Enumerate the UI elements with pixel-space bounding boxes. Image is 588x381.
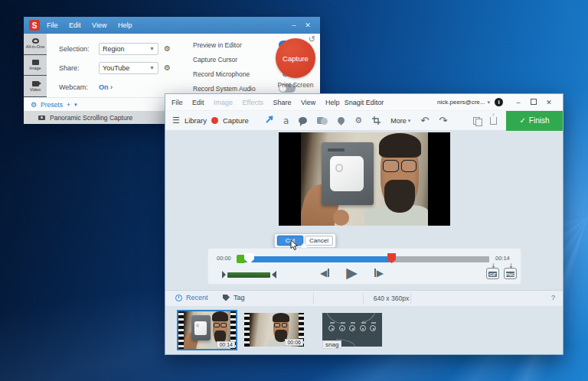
previous-frame-button[interactable]: ◀: [320, 269, 329, 278]
finish-button[interactable]: ✓ Finish: [506, 111, 563, 131]
meter-level-bar: [227, 272, 270, 278]
trim-start-handle[interactable]: [237, 255, 245, 263]
editor-toolbar: ☰ Library Capture a ⚙ More▾ ↶ ↷: [165, 111, 563, 131]
menu-view[interactable]: View: [301, 99, 315, 106]
filmstrip-edge: [244, 313, 250, 347]
camera-icon: [38, 116, 45, 120]
image-dimensions-label: 640 x 360px: [349, 295, 433, 302]
selection-dropdown[interactable]: Region▼: [99, 43, 158, 55]
undo-icon[interactable]: ↶: [420, 115, 429, 126]
chevron-down-icon: ▼: [149, 65, 155, 70]
copy-icon[interactable]: [473, 117, 481, 125]
meter-handle-icon[interactable]: [272, 271, 276, 278]
minimize-button[interactable]: –: [287, 21, 301, 29]
playback-controls: ◀ ▶ ▶: [320, 265, 384, 280]
share-label: Share:: [59, 64, 99, 72]
stamp-tool-icon[interactable]: [338, 117, 345, 124]
tab-recent[interactable]: Recent: [175, 294, 208, 301]
menu-effects: Effects: [243, 99, 263, 106]
close-button[interactable]: ✕: [301, 21, 315, 29]
callout-tool-icon[interactable]: [299, 117, 307, 124]
capture-button[interactable]: Capture: [223, 116, 249, 125]
thumbnail-filename: snag: [322, 340, 341, 349]
redo-icon[interactable]: ↷: [439, 115, 447, 126]
video-preview[interactable]: [279, 132, 450, 226]
selection-settings-gear-icon[interactable]: ⚙: [164, 44, 171, 53]
selection-label: Selection:: [59, 45, 99, 53]
more-tools-button[interactable]: More▾: [390, 117, 410, 125]
editor-titlebar[interactable]: Snagit Editor File Edit Image Effects Sh…: [165, 94, 563, 111]
crop-tool-icon[interactable]: [372, 116, 381, 125]
share-dropdown[interactable]: YouTube▼: [99, 62, 158, 74]
snagit-logo-icon: S: [29, 20, 40, 31]
chevron-down-icon[interactable]: ▾: [487, 99, 490, 106]
share-icon[interactable]: [490, 117, 497, 125]
timeline-track[interactable]: [237, 256, 489, 262]
library-button[interactable]: Library: [185, 116, 207, 125]
add-preset-button[interactable]: +: [67, 101, 70, 109]
timeline-start-time: 00:00: [217, 255, 231, 262]
windows-desktop: S File Edit View Help – ✕ All-in-One Ima…: [0, 0, 588, 381]
menu-view[interactable]: View: [92, 21, 106, 29]
presets-label[interactable]: Presets: [41, 101, 63, 109]
reset-icon[interactable]: ↺: [309, 34, 315, 44]
menu-file[interactable]: File: [172, 99, 183, 106]
export-gif-button[interactable]: GIF: [486, 268, 499, 279]
text-tool-icon[interactable]: a: [283, 116, 289, 126]
video-icon: [32, 81, 39, 86]
duration-badge: 00:06: [285, 339, 303, 346]
all-in-one-icon: [32, 38, 39, 44]
info-icon[interactable]: i: [495, 98, 503, 106]
clock-icon: [175, 295, 182, 301]
presets-gear-icon: ⚙: [31, 101, 37, 109]
tray-thumbnail-video[interactable]: 00:06: [244, 313, 304, 347]
capture-cta: Capture Print Screen: [273, 37, 318, 89]
webcam-frame: [301, 132, 428, 226]
presets-chevron-icon[interactable]: ▾: [74, 102, 77, 108]
menu-image: Image: [214, 99, 233, 106]
menu-help[interactable]: Help: [118, 21, 132, 29]
capture-body: All-in-One Image Video Selection: Region…: [24, 34, 320, 97]
menu-share[interactable]: Share: [273, 99, 291, 106]
close-button[interactable]: ✕: [541, 99, 557, 106]
menu-edit[interactable]: Edit: [192, 99, 204, 106]
selection-arrow-tool-icon[interactable]: [263, 116, 273, 125]
cancel-button[interactable]: Cancel: [305, 236, 333, 246]
step-tool-icon[interactable]: ⚙: [354, 116, 362, 125]
capture-menubar: File Edit View Help: [47, 21, 141, 29]
menu-file[interactable]: File: [47, 21, 58, 29]
image-icon: [32, 60, 39, 65]
webcam-on-link[interactable]: On ›: [99, 83, 113, 91]
recent-captures-tray: 00:14 00:06 s: [165, 306, 563, 354]
export-png-button[interactable]: PNG: [504, 268, 517, 279]
cut-popup: Cut Cancel: [274, 233, 336, 248]
capture-titlebar[interactable]: S File Edit View Help – ✕: [24, 17, 320, 34]
snagit-editor-window: Snagit Editor File Edit Image Effects Sh…: [165, 93, 564, 355]
menu-edit[interactable]: Edit: [69, 21, 81, 29]
sidebar-item-all-in-one[interactable]: All-in-One: [24, 34, 47, 54]
share-settings-gear-icon[interactable]: ⚙: [164, 64, 171, 72]
editor-menubar: File Edit Image Effects Share View Help: [172, 99, 347, 106]
editor-status-bar: Recent Tag 640 x 360px ?: [165, 290, 563, 306]
tab-tag[interactable]: Tag: [223, 294, 245, 301]
record-dot-icon: [211, 117, 218, 124]
sidebar-item-video[interactable]: Video: [24, 76, 47, 96]
help-button[interactable]: ?: [551, 294, 555, 301]
maximize-button[interactable]: [526, 99, 541, 106]
account-dropdown[interactable]: nick.peers@cre...: [437, 99, 485, 106]
play-button[interactable]: ▶: [346, 265, 358, 280]
capture-shortcut-label: Print Screen: [273, 81, 318, 89]
webcam-label: Webcam:: [59, 83, 99, 91]
audio-level-meter[interactable]: [222, 271, 276, 278]
next-frame-button[interactable]: ▶: [374, 269, 384, 278]
tray-thumbnail-video-selected[interactable]: 00:14: [177, 310, 237, 350]
timeline-selection: [237, 256, 390, 262]
capture-form: Selection: Region▼ ⚙ Share: YouTube▼ ⚙ W…: [47, 34, 194, 96]
export-buttons: GIF PNG: [486, 268, 517, 279]
capture-mode-sidebar: All-in-One Image Video: [24, 34, 47, 97]
hamburger-menu-icon[interactable]: ☰: [172, 116, 180, 125]
shapes-tool-icon[interactable]: [317, 117, 328, 125]
sidebar-item-image[interactable]: Image: [24, 55, 47, 76]
minimize-button[interactable]: –: [511, 99, 526, 106]
menu-help[interactable]: Help: [325, 99, 340, 106]
